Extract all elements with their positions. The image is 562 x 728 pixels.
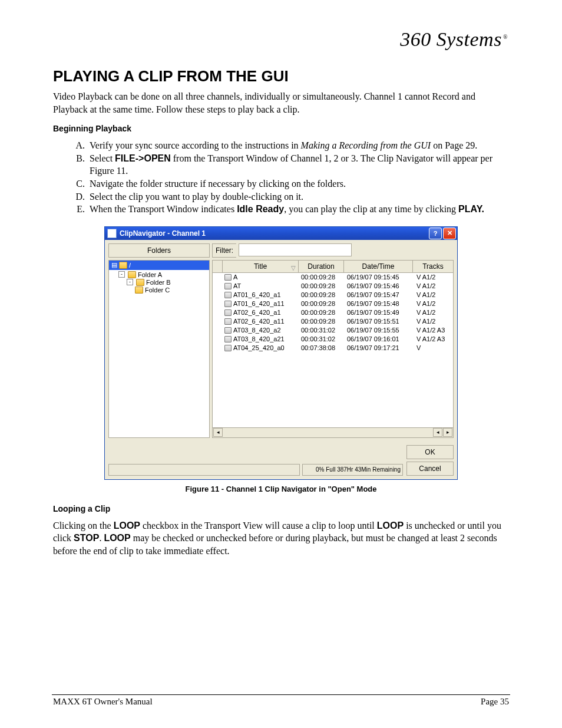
grid-header-duration[interactable]: Duration — [299, 261, 344, 273]
collapse-icon[interactable]: - — [118, 271, 125, 278]
grid-row[interactable]: AT04_25_420_a000:07:38:0806/19/07 09:17:… — [213, 344, 453, 353]
folder-icon — [128, 271, 136, 278]
grid-row[interactable]: AT01_6_420_a100:00:09:2806/19/07 09:15:4… — [213, 291, 453, 299]
scroll-left-icon[interactable]: ◂ — [433, 428, 442, 437]
clip-icon — [224, 274, 232, 281]
clip-icon — [224, 336, 232, 342]
clip-icon — [224, 327, 232, 334]
step-e: When the Transport Window indicates Idle… — [87, 203, 509, 216]
tree-node-c[interactable]: Folder C — [118, 286, 209, 294]
grid-header-icon[interactable] — [213, 261, 223, 273]
grid-row[interactable]: A00:00:09:2806/19/07 09:15:45V A1/2 — [213, 273, 453, 282]
clip-icon — [224, 318, 232, 325]
close-button[interactable]: ✕ — [443, 228, 456, 239]
window-title: ClipNavigator - Channel 1 — [120, 229, 428, 238]
cancel-button[interactable]: Cancel — [406, 462, 454, 476]
scroll-left-icon[interactable]: ◂ — [213, 428, 223, 437]
grid-header-title[interactable]: Title — [223, 261, 299, 273]
folder-tree[interactable]: ▤ / -Folder A -Folder B Folder C — [108, 260, 210, 438]
folder-icon — [135, 286, 143, 294]
help-button[interactable]: ? — [429, 228, 442, 239]
footer-right: Page 35 — [481, 697, 509, 707]
window-titlebar[interactable]: ▭ ClipNavigator - Channel 1 ? ✕ — [105, 227, 457, 240]
scroll-right-icon[interactable]: ▸ — [443, 428, 452, 437]
step-c: Navigate the folder structure if necessa… — [87, 177, 509, 190]
brand-logo: 360 Systems® — [400, 28, 508, 51]
status-disk-usage: 0% Full 387Hr 43Min Remaining — [302, 464, 403, 476]
collapse-icon[interactable]: - — [127, 279, 133, 285]
footer-left: MAXX 6T Owner's Manual — [53, 697, 153, 707]
window-app-icon: ▭ — [107, 229, 117, 238]
clip-icon — [224, 345, 232, 351]
ok-button[interactable]: OK — [406, 445, 454, 459]
figure-caption: Figure 11 - Channel 1 Clip Navigator in … — [53, 485, 509, 493]
page-heading: PLAYING A CLIP FROM THE GUI — [53, 67, 509, 85]
footer-rule — [52, 694, 510, 695]
step-b: Select FILE->OPEN from the Transport Win… — [87, 152, 509, 177]
grid-header-row: Title Duration Date/Time Tracks — [212, 260, 454, 273]
step-a: Verify your sync source according to the… — [87, 139, 509, 152]
step-d: Select the clip you want to play by doub… — [87, 190, 509, 203]
grid-row[interactable]: AT00:00:09:2806/19/07 09:15:46V A1/2 — [213, 282, 453, 291]
clip-grid: Title Duration Date/Time Tracks A00:00:0… — [212, 260, 454, 438]
playback-steps: Verify your sync source according to the… — [53, 139, 509, 216]
sub-heading-beginning: Beginning Playback — [53, 124, 509, 133]
drive-icon: ▤ — [111, 261, 117, 269]
clip-icon — [224, 309, 232, 316]
grid-row[interactable]: AT03_8_420_a200:00:31:0206/19/07 09:15:5… — [213, 326, 453, 335]
looping-paragraph: Clicking on the LOOP checkbox in the Tra… — [53, 519, 509, 558]
clip-icon — [224, 292, 232, 298]
grid-row[interactable]: AT02_6_420_a100:00:09:2806/19/07 09:15:4… — [213, 308, 453, 317]
tree-root-selected[interactable]: ▤ / — [109, 261, 209, 270]
grid-header-tracks[interactable]: Tracks — [413, 261, 454, 273]
grid-scrollbar[interactable]: ◂ ◂ ▸ — [212, 428, 454, 438]
status-bar-left — [108, 464, 300, 476]
clip-icon — [224, 301, 232, 307]
tree-node-b[interactable]: -Folder B — [118, 279, 209, 286]
grid-header-datetime[interactable]: Date/Time — [344, 261, 413, 273]
filter-input[interactable] — [239, 243, 352, 256]
grid-row[interactable]: AT03_8_420_a2100:00:31:0206/19/07 09:16:… — [213, 335, 453, 344]
folders-header[interactable]: Folders — [108, 243, 210, 258]
folder-icon — [136, 279, 144, 286]
folder-icon — [119, 262, 127, 269]
intro-paragraph: Video Playback can be done on all three … — [53, 90, 509, 116]
clipnavigator-window: ▭ ClipNavigator - Channel 1 ? ✕ Folders … — [104, 226, 458, 480]
clip-icon — [224, 283, 232, 289]
grid-row[interactable]: AT02_6_420_a1100:00:09:2806/19/07 09:15:… — [213, 317, 453, 326]
filter-label: Filter: — [212, 243, 236, 258]
grid-row[interactable]: AT01_6_420_a1100:00:09:2806/19/07 09:15:… — [213, 299, 453, 308]
sub-heading-looping: Looping a Clip — [53, 504, 509, 513]
tree-node-a[interactable]: -Folder A — [118, 271, 209, 279]
